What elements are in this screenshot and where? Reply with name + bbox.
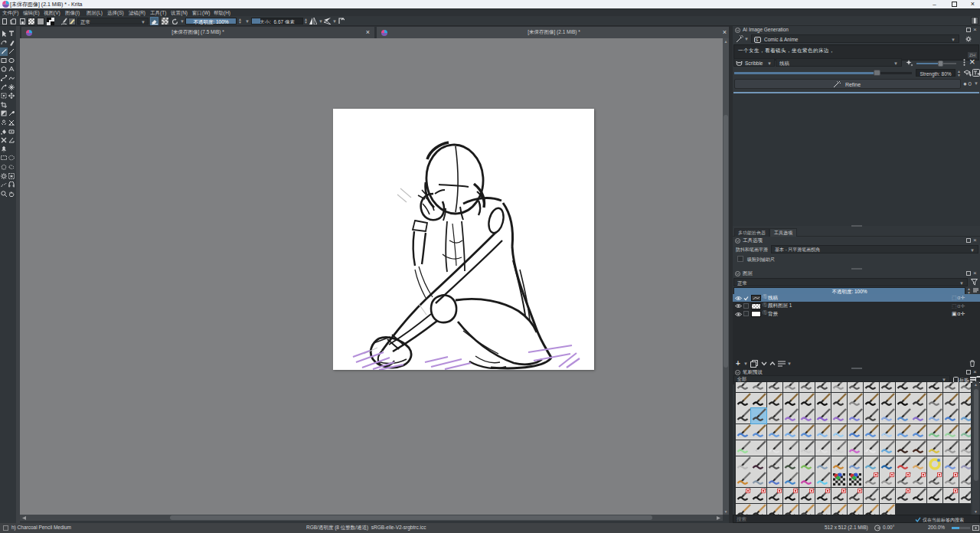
svg-text:S: S (756, 38, 759, 42)
